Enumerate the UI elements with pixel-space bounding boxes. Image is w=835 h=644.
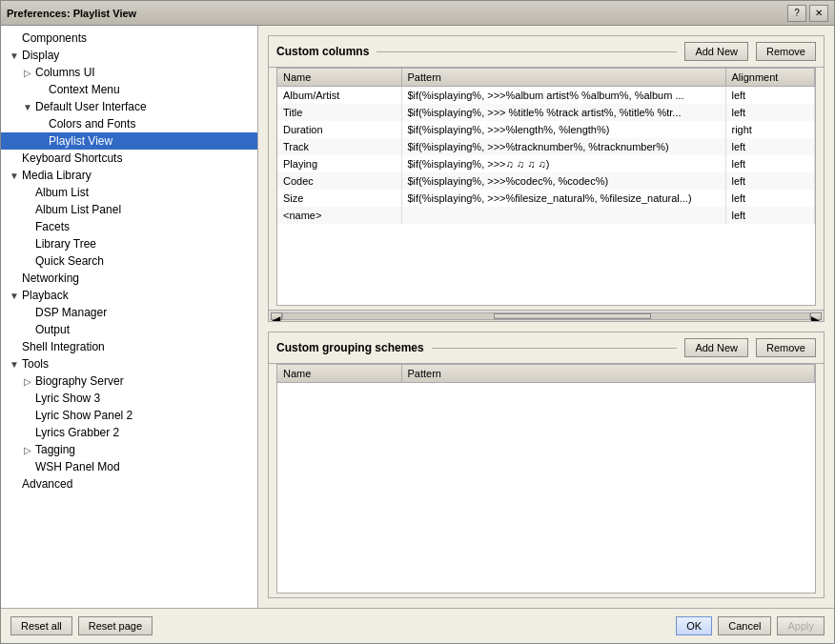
group-col-header-name: Name: [277, 365, 401, 383]
ok-button[interactable]: OK: [676, 616, 712, 635]
tree-item-label: Biography Server: [35, 374, 124, 388]
sidebar-item-lyrics-grabber-2[interactable]: Lyrics Grabber 2: [1, 424, 257, 441]
tree-expander[interactable]: ▼: [9, 291, 20, 301]
custom-columns-header: Custom columns Add New Remove: [269, 36, 824, 68]
reset-page-button[interactable]: Reset page: [78, 616, 153, 635]
sidebar-item-biography-server[interactable]: ▷Biography Server: [1, 372, 257, 390]
tree-expander[interactable]: ▼: [9, 50, 20, 61]
tree-item-label: Display: [22, 49, 59, 62]
col-name: Track: [277, 138, 401, 155]
tree-expander[interactable]: ▼: [9, 359, 20, 370]
sidebar-item-tagging[interactable]: ▷Tagging: [1, 441, 257, 458]
col-pattern: $if(%isplaying%, >>>%album artist% %albu…: [401, 87, 725, 105]
custom-columns-body: Name Pattern Alignment Album/Artist$if(%…: [269, 68, 824, 321]
sidebar-item-library-tree[interactable]: Library Tree: [1, 235, 257, 252]
tree-expander[interactable]: ▼: [9, 171, 20, 181]
custom-columns-section: Custom columns Add New Remove Name Patte…: [268, 35, 825, 322]
sidebar-item-tools[interactable]: ▼Tools: [1, 355, 257, 372]
scrollbar-track[interactable]: [282, 312, 810, 320]
custom-columns-remove-button[interactable]: Remove: [756, 42, 816, 61]
sidebar-item-colors-and-fonts[interactable]: Colors and Fonts: [1, 115, 257, 132]
custom-grouping-add-new-button[interactable]: Add New: [684, 338, 748, 357]
horizontal-scrollbar[interactable]: ◀ ▶: [269, 310, 824, 321]
sidebar-item-quick-search[interactable]: Quick Search: [1, 252, 257, 270]
sidebar: Components▼Display▷Columns UIContext Men…: [1, 26, 258, 608]
divider2: [432, 348, 678, 349]
sidebar-item-shell-integration[interactable]: Shell Integration: [1, 338, 257, 355]
sidebar-item-keyboard-shortcuts[interactable]: Keyboard Shortcuts: [1, 150, 257, 167]
col-alignment: right: [725, 121, 815, 138]
col-alignment: left: [725, 104, 815, 121]
tree-item-label: Tagging: [35, 443, 75, 456]
custom-grouping-title: Custom grouping schemes: [276, 341, 424, 354]
sidebar-item-context-menu[interactable]: Context Menu: [1, 81, 257, 98]
tree-item-label: Facets: [35, 220, 70, 233]
tree-item-label: Media Library: [22, 169, 92, 182]
col-pattern: $if(%isplaying%, >>>%filesize_natural%, …: [401, 190, 725, 207]
custom-grouping-header: Custom grouping schemes Add New Remove: [269, 332, 824, 364]
tree-item-label: WSH Panel Mod: [35, 460, 120, 473]
sidebar-item-playback[interactable]: ▼Playback: [1, 287, 257, 304]
sidebar-item-facets[interactable]: Facets: [1, 218, 257, 235]
col-alignment: left: [725, 87, 815, 105]
sidebar-item-components[interactable]: Components: [1, 30, 257, 47]
col-name: Playing: [277, 155, 401, 172]
sidebar-item-advanced[interactable]: Advanced: [1, 475, 257, 493]
tree-expander[interactable]: ▷: [22, 376, 33, 387]
col-name: Duration: [277, 121, 401, 138]
col-alignment: left: [725, 138, 815, 155]
sidebar-item-playlist-view[interactable]: Playlist View: [1, 132, 257, 150]
help-button[interactable]: ?: [787, 5, 806, 22]
sidebar-item-lyric-show-panel-2[interactable]: Lyric Show Panel 2: [1, 407, 257, 424]
custom-columns-add-new-button[interactable]: Add New: [684, 42, 748, 61]
tree-item-label: Output: [35, 323, 70, 336]
scroll-right-arrow[interactable]: ▶: [810, 312, 822, 320]
tree-expander[interactable]: ▷: [22, 445, 33, 455]
col-name: <name>: [277, 207, 401, 224]
col-pattern: $if(%isplaying%, >>>%length%, %length%): [401, 121, 725, 138]
col-pattern: $if(%isplaying%, >>>♫ ♫ ♫ ♫): [401, 155, 725, 172]
scroll-left-arrow[interactable]: ◀: [271, 312, 282, 320]
table-row[interactable]: Track$if(%isplaying%, >>>%tracknumber%, …: [277, 138, 815, 155]
table-row[interactable]: Codec$if(%isplaying%, >>>%codec%, %codec…: [277, 172, 815, 190]
title-bar: Preferences: Playlist View ? ✕: [1, 1, 834, 26]
sidebar-item-album-list[interactable]: Album List: [1, 184, 257, 201]
sidebar-item-output[interactable]: Output: [1, 321, 257, 338]
sidebar-item-album-list-panel[interactable]: Album List Panel: [1, 201, 257, 218]
custom-grouping-table-container[interactable]: Name Pattern: [276, 364, 816, 594]
window-title: Preferences: Playlist View: [7, 8, 136, 19]
sidebar-item-media-library[interactable]: ▼Media Library: [1, 167, 257, 184]
divider: [377, 51, 677, 52]
sidebar-item-dsp-manager[interactable]: DSP Manager: [1, 304, 257, 321]
col-alignment: left: [725, 172, 815, 190]
custom-columns-table: Name Pattern Alignment Album/Artist$if(%…: [277, 69, 815, 224]
table-row[interactable]: Title$if(%isplaying%, >>> %title% %track…: [277, 104, 815, 121]
table-row[interactable]: Size$if(%isplaying%, >>>%filesize_natura…: [277, 190, 815, 207]
sidebar-item-lyric-show-3[interactable]: Lyric Show 3: [1, 390, 257, 407]
cancel-button[interactable]: Cancel: [718, 616, 771, 635]
apply-button[interactable]: Apply: [777, 616, 825, 635]
col-alignment: left: [725, 155, 815, 172]
scrollbar-thumb[interactable]: [494, 313, 652, 319]
tree-item-label: Lyric Show 3: [35, 392, 100, 405]
tree-item-label: Components: [22, 31, 87, 45]
sidebar-item-display[interactable]: ▼Display: [1, 47, 257, 64]
custom-columns-table-container[interactable]: Name Pattern Alignment Album/Artist$if(%…: [276, 68, 816, 306]
sidebar-item-default-user-interface[interactable]: ▼Default User Interface: [1, 98, 257, 115]
col-pattern: $if(%isplaying%, >>>%tracknumber%, %trac…: [401, 138, 725, 155]
tree-expander[interactable]: ▼: [22, 102, 33, 112]
sidebar-item-networking[interactable]: Networking: [1, 270, 257, 287]
sidebar-item-columns-ui[interactable]: ▷Columns UI: [1, 64, 257, 81]
col-name: Album/Artist: [277, 87, 401, 105]
tree-item-label: Colors and Fonts: [49, 117, 135, 131]
sidebar-item-wsh-panel-mod[interactable]: WSH Panel Mod: [1, 458, 257, 475]
table-row[interactable]: Album/Artist$if(%isplaying%, >>>%album a…: [277, 87, 815, 105]
custom-grouping-remove-button[interactable]: Remove: [756, 338, 816, 357]
tree-expander[interactable]: ▷: [22, 68, 33, 78]
close-button[interactable]: ✕: [809, 5, 828, 22]
col-name: Size: [277, 190, 401, 207]
reset-all-button[interactable]: Reset all: [10, 616, 72, 635]
table-row[interactable]: <name>left: [277, 207, 815, 224]
table-row[interactable]: Playing$if(%isplaying%, >>>♫ ♫ ♫ ♫)left: [277, 155, 815, 172]
table-row[interactable]: Duration$if(%isplaying%, >>>%length%, %l…: [277, 121, 815, 138]
